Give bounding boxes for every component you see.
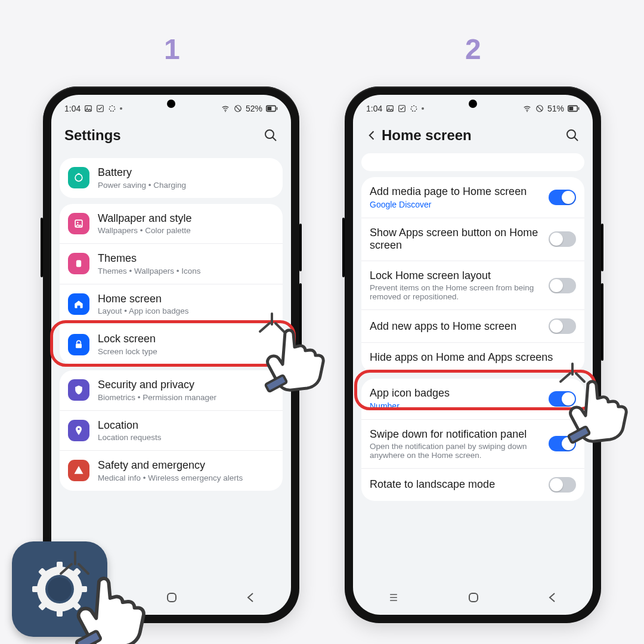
svg-rect-31 (569, 107, 573, 110)
svg-rect-16 (76, 261, 81, 268)
themes-chip-icon (68, 253, 89, 274)
option-add-new-apps[interactable]: Add new apps to Home screen (361, 309, 584, 342)
item-title: Hide apps on Home and Apps screens (370, 351, 576, 364)
step-label-1: 1 (164, 33, 180, 66)
page-title: Home screen (382, 127, 472, 144)
wallpaper-chip-icon (68, 213, 89, 234)
item-title: Home screen (98, 293, 274, 306)
phone-screen-2: 1:04 51% Home screen (353, 95, 593, 615)
phone-screen-1: 1:04 52% Settings (51, 95, 291, 615)
svg-rect-9 (277, 107, 278, 110)
home-chip-icon (68, 293, 89, 315)
settings-item-location[interactable]: Location Location requests (60, 410, 283, 451)
svg-point-24 (389, 107, 390, 109)
nav-bar (353, 584, 593, 611)
item-title: Show Apps screen button on Home screen (370, 227, 540, 252)
item-title: Lock Home screen layout (370, 270, 540, 283)
svg-line-29 (537, 106, 542, 111)
battery-chip-icon (68, 167, 89, 188)
settings-item-wallpaper[interactable]: Wallpaper and style Wallpapers • Color p… (60, 204, 283, 244)
item-title: Add new apps to Home screen (370, 320, 540, 333)
item-subtitle: Power saving • Charging (98, 181, 274, 190)
item-subtitle: Biometrics • Permission manager (98, 393, 274, 402)
toggle-swipe-notification[interactable] (549, 436, 576, 451)
svg-point-26 (411, 106, 417, 111)
item-title: Lock screen (98, 333, 274, 346)
home-nav-icon[interactable] (466, 590, 481, 605)
search-icon[interactable] (565, 128, 580, 143)
image-icon (386, 104, 394, 113)
settings-item-safety[interactable]: Safety and emergency Medical info • Wire… (60, 450, 283, 491)
settings-item-home-screen[interactable]: Home screen Layout • App icon badges (60, 284, 283, 324)
svg-line-43 (561, 373, 570, 382)
settings-item-lock-screen[interactable]: Lock screen Screen lock type (60, 324, 283, 364)
item-subtitle: Open the notification panel by swiping d… (370, 442, 540, 460)
svg-point-12 (75, 174, 82, 181)
item-title: Safety and emergency (98, 459, 274, 472)
item-link: Google Discover (370, 200, 540, 209)
option-show-apps-button[interactable]: Show Apps screen button on Home screen (361, 218, 584, 261)
toggle-rotate-landscape[interactable] (549, 477, 576, 493)
item-title: Swipe down for notification panel (370, 428, 540, 441)
camera-notch (469, 100, 477, 108)
back-icon[interactable] (366, 129, 378, 141)
item-title: App icon badges (370, 387, 540, 400)
toggle-add-media-page[interactable] (549, 190, 576, 205)
alert-chip-icon (68, 460, 89, 481)
home-nav-icon[interactable] (165, 590, 179, 605)
item-subtitle: Medical info • Wireless emergency alerts (98, 473, 274, 482)
page-title: Settings (64, 127, 121, 144)
item-title: Location (98, 419, 274, 432)
tap-spark-icon (555, 358, 590, 394)
wifi-icon (221, 104, 230, 113)
toggle-show-apps-button[interactable] (549, 231, 576, 247)
battery-percent: 52% (246, 104, 262, 113)
header-settings: Settings (51, 119, 291, 150)
settings-item-themes[interactable]: Themes Themes • Wallpapers • Icons (60, 243, 283, 284)
recent-apps-icon[interactable] (386, 592, 401, 603)
nodata-icon (535, 104, 544, 113)
battery-icon (266, 105, 278, 112)
item-subtitle: Location requests (98, 433, 274, 442)
wifi-icon (522, 104, 532, 113)
svg-line-39 (260, 323, 270, 332)
toggle-add-new-apps[interactable] (549, 318, 576, 334)
shield-chip-icon (68, 379, 89, 401)
item-subtitle: Wallpapers • Color palette (98, 226, 274, 235)
option-rotate-landscape[interactable]: Rotate to landscape mode (361, 468, 584, 501)
option-app-icon-badges[interactable]: App icon badges Number (361, 379, 584, 419)
option-add-media-page[interactable]: Add media page to Home screen Google Dis… (361, 177, 584, 218)
option-swipe-notification[interactable]: Swipe down for notification panel Open t… (361, 419, 584, 469)
item-title: Add media page to Home screen (370, 185, 540, 199)
toggle-lock-layout[interactable] (549, 278, 576, 293)
item-title: Rotate to landscape mode (370, 478, 540, 491)
svg-rect-49 (57, 607, 63, 617)
svg-point-1 (87, 107, 88, 109)
back-nav-icon[interactable] (244, 590, 258, 605)
search-icon[interactable] (264, 128, 278, 143)
item-subtitle: Screen lock type (98, 347, 274, 356)
svg-rect-32 (578, 107, 580, 110)
pin-chip-icon (68, 420, 89, 441)
tap-spark-icon (54, 545, 95, 587)
image-icon (84, 104, 92, 113)
item-subtitle: Prevent items on the Home screen from be… (370, 283, 540, 301)
settings-item-battery[interactable]: Battery Power saving • Charging (60, 158, 283, 198)
sync-icon (108, 104, 116, 113)
battery-icon (568, 105, 580, 112)
item-subtitle: Layout • App icon badges (98, 306, 274, 315)
svg-rect-38 (469, 593, 478, 602)
option-hide-apps[interactable]: Hide apps on Home and Apps screens (361, 342, 584, 373)
phone-frame-2: 1:04 51% Home screen (345, 86, 601, 623)
item-title: Wallpaper and style (98, 212, 274, 225)
settings-item-security[interactable]: Security and privacy Biometrics • Permis… (60, 370, 283, 410)
status-time: 1:04 (64, 104, 80, 113)
svg-point-18 (78, 428, 79, 430)
step-label-2: 2 (465, 33, 481, 66)
svg-rect-8 (267, 107, 271, 110)
svg-line-11 (273, 137, 276, 141)
option-lock-layout[interactable]: Lock Home screen layout Prevent items on… (361, 261, 584, 310)
back-nav-icon[interactable] (546, 590, 560, 605)
svg-point-10 (265, 130, 274, 138)
tap-spark-icon (254, 308, 290, 343)
